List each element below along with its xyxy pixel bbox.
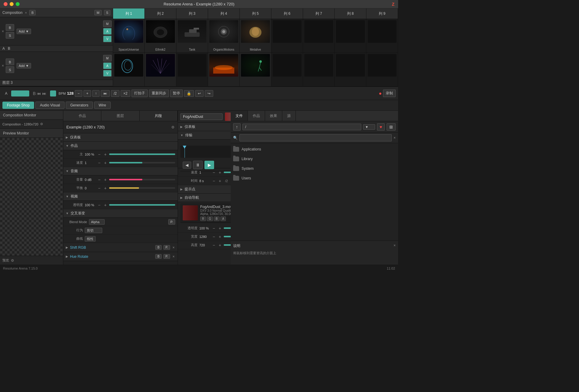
comp-gear-icon[interactable]: ⚙ bbox=[40, 122, 43, 126]
shift-rgb-p[interactable]: P. bbox=[163, 245, 170, 250]
balance-plus[interactable]: + bbox=[103, 186, 107, 191]
comp-b-btn[interactable]: B bbox=[29, 10, 36, 15]
clip-height-plus[interactable]: + bbox=[218, 243, 222, 248]
playback-prev[interactable]: ◀ bbox=[183, 162, 191, 169]
volume-minus[interactable]: − bbox=[97, 177, 101, 182]
balance-minus[interactable]: − bbox=[97, 186, 101, 191]
panel-tab-clip[interactable]: 片段 bbox=[140, 111, 178, 121]
clip-hints-section[interactable]: ▶ 提示点 bbox=[178, 185, 231, 194]
layer2-add-btn[interactable]: Add ▼ bbox=[17, 63, 31, 68]
clip-2-2[interactable] bbox=[145, 53, 176, 86]
file-fav-btn[interactable]: ♥ bbox=[377, 123, 385, 131]
clip-opacity-plus[interactable]: + bbox=[218, 226, 222, 231]
clip-1-5[interactable]: Metalive bbox=[240, 19, 271, 52]
close-button[interactable] bbox=[4, 2, 8, 6]
tab-audio-visual[interactable]: Audio Visual bbox=[35, 102, 65, 109]
dashboard-section[interactable]: ▶ 仪表板 bbox=[63, 133, 178, 142]
clip-1-4[interactable]: OrganicMotions bbox=[208, 19, 240, 52]
layer1-a-btn[interactable]: A bbox=[103, 28, 112, 35]
file-grid-btn[interactable]: ⊞ bbox=[387, 123, 396, 131]
bpm-div2[interactable]: /2 bbox=[111, 90, 119, 97]
clip-opacity-minus[interactable]: − bbox=[212, 226, 216, 231]
transport-b-btn[interactable]: B bbox=[33, 91, 36, 96]
speed-minus[interactable]: − bbox=[97, 160, 101, 165]
file-item-library[interactable]: Library bbox=[231, 154, 398, 164]
blend-mode-select[interactable]: Alpha Add Multiply bbox=[89, 219, 105, 225]
col-header-1[interactable]: 列 1 bbox=[113, 8, 145, 19]
clip-time-plus[interactable]: + bbox=[218, 179, 222, 183]
right-tab-compositions[interactable]: 作品 bbox=[248, 111, 265, 121]
playback-play[interactable]: ▶ bbox=[204, 161, 214, 169]
layer1-add-btn[interactable]: Add ▼ bbox=[17, 29, 31, 34]
bpm-plus[interactable]: + bbox=[84, 90, 91, 97]
col-header-9[interactable]: 列 9 bbox=[366, 8, 398, 19]
clip-1-7[interactable] bbox=[303, 19, 335, 52]
bpm-tap[interactable]: 打拍子 bbox=[131, 90, 148, 97]
layer2-v-btn[interactable]: V bbox=[103, 70, 112, 77]
comp-m-btn[interactable]: M bbox=[94, 10, 101, 15]
comp-s-btn[interactable]: S bbox=[104, 10, 110, 15]
transport-redo[interactable]: ↪ bbox=[205, 90, 213, 97]
timeline-bar[interactable] bbox=[180, 146, 231, 158]
master-minus[interactable]: − bbox=[97, 152, 101, 157]
clip-time-minus[interactable]: − bbox=[212, 179, 216, 183]
clip-name-input[interactable] bbox=[180, 113, 223, 120]
layer2-m-btn[interactable]: M bbox=[103, 55, 112, 62]
clip-1-6[interactable] bbox=[271, 19, 303, 52]
hue-rotate-close[interactable]: × bbox=[172, 254, 175, 259]
bpm-minus[interactable]: − bbox=[75, 90, 82, 97]
col-header-6[interactable]: 列 6 bbox=[271, 8, 303, 19]
preview-gear-icon[interactable]: ⚙ bbox=[11, 258, 14, 263]
file-item-users[interactable]: Users bbox=[231, 173, 398, 183]
clip-height-minus[interactable]: − bbox=[212, 243, 216, 248]
clip-2-4[interactable] bbox=[208, 53, 240, 86]
clip-1-3[interactable]: Tank bbox=[176, 19, 208, 52]
tag-g[interactable]: G bbox=[207, 217, 213, 221]
layer2-s-btn[interactable]: S bbox=[6, 66, 14, 73]
clip-2-8[interactable] bbox=[335, 53, 366, 86]
blend-p-btn[interactable]: P. bbox=[168, 219, 175, 225]
search-input[interactable] bbox=[239, 134, 392, 141]
transport-next-btn[interactable]: ⏭ bbox=[42, 91, 46, 96]
composition-section[interactable]: ▼ 作品 bbox=[63, 142, 178, 150]
right-tab-effects[interactable]: 效果 bbox=[265, 111, 282, 121]
layer2-close[interactable]: × bbox=[1, 63, 5, 68]
clip-transfer-section[interactable]: ▼ 传输 时间线 bbox=[178, 131, 231, 140]
tag-a[interactable]: A bbox=[220, 217, 226, 221]
file-item-system[interactable]: System bbox=[231, 164, 398, 173]
layer2-b-btn[interactable]: B bbox=[6, 58, 14, 65]
panel-tab-layer[interactable]: 图层 bbox=[101, 111, 139, 121]
bpm-up[interactable]: ↑ bbox=[92, 90, 100, 97]
desc-close-icon[interactable]: × bbox=[394, 243, 396, 248]
clip-1-2[interactable]: Ethnik2 bbox=[145, 19, 176, 52]
bpm-skip[interactable]: ⏭ bbox=[101, 90, 110, 97]
layer1-m-btn[interactable]: M bbox=[103, 21, 112, 27]
clip-2-5[interactable] bbox=[240, 53, 271, 86]
tab-wire[interactable]: Wire bbox=[94, 102, 111, 109]
comp-close[interactable]: × bbox=[25, 11, 27, 14]
layer1-close[interactable]: × bbox=[1, 29, 5, 34]
file-item-applications[interactable]: Applications bbox=[231, 144, 398, 154]
clip-2-6[interactable] bbox=[271, 53, 303, 86]
clip-dashboard-section[interactable]: ▶ 仪表板 bbox=[178, 123, 231, 131]
right-tab-sources[interactable]: 源 bbox=[282, 111, 296, 121]
clip-width-plus[interactable]: + bbox=[218, 234, 222, 239]
transport-undo[interactable]: ↩ bbox=[195, 90, 204, 97]
clip-2-1[interactable] bbox=[113, 53, 145, 86]
search-clear-icon[interactable]: × bbox=[394, 136, 396, 140]
opacity-plus[interactable]: + bbox=[103, 203, 107, 207]
col-header-8[interactable]: 列 8 bbox=[335, 8, 366, 19]
layer2-a-btn[interactable]: A bbox=[103, 62, 112, 69]
tab-generators[interactable]: Generators bbox=[66, 102, 93, 109]
layer1-b-btn[interactable]: B bbox=[6, 24, 14, 31]
tag-b[interactable]: B bbox=[214, 217, 220, 221]
layer1-s-btn[interactable]: S bbox=[6, 32, 14, 39]
col-header-3[interactable]: 列 3 bbox=[176, 8, 208, 19]
clip-1-1[interactable]: SpaceUniverse bbox=[113, 19, 145, 52]
clip-1-8[interactable] bbox=[335, 19, 366, 52]
panel-tab-composition[interactable]: 作品 bbox=[63, 111, 101, 121]
file-up-btn[interactable]: ↑ bbox=[233, 123, 241, 131]
record-btn[interactable]: 录制 bbox=[383, 90, 396, 97]
clip-width-minus[interactable]: − bbox=[212, 234, 216, 239]
clip-speed-minus[interactable]: − bbox=[212, 170, 216, 175]
